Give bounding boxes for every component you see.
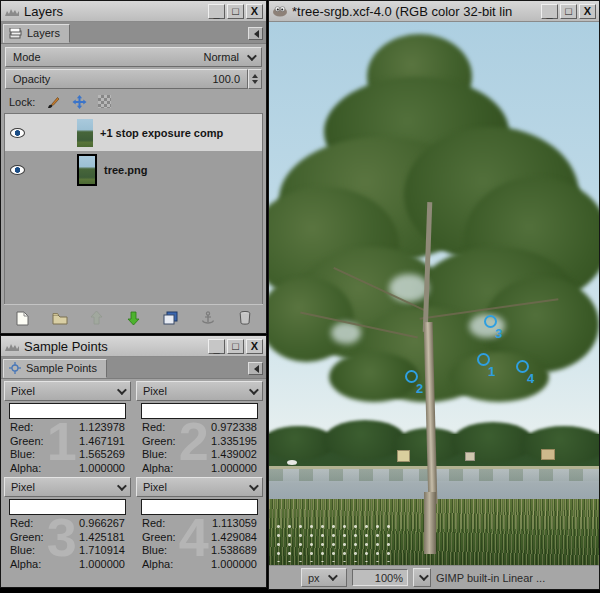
layer-thumbnail <box>77 154 97 186</box>
tab-menu-button[interactable] <box>248 362 263 375</box>
maximize-button[interactable]: □ <box>560 4 577 19</box>
opacity-label: Opacity <box>13 73 212 85</box>
sample-point-marker-2[interactable]: 2 <box>405 370 418 383</box>
status-message: GIMP built-in Linear ... <box>436 572 545 584</box>
image-window-titlebar[interactable]: *tree-srgb.xcf-4.0 (RGB color 32-bit lin… <box>269 1 599 22</box>
alpha-value: 1.000000 <box>79 462 125 476</box>
sample-point-marker-3[interactable]: 3 <box>484 315 497 328</box>
sample-point-1-mode-dropdown[interactable]: Pixel <box>4 381 131 401</box>
window-title: Sample Points <box>24 339 204 354</box>
new-layer-icon <box>16 311 29 326</box>
chevron-down-icon <box>249 385 259 395</box>
triangle-left-icon <box>250 365 259 373</box>
tab-sample-points-label: Sample Points <box>26 362 97 374</box>
sample-point-2-mode-dropdown[interactable]: Pixel <box>136 381 263 401</box>
chevron-down-icon <box>117 481 127 491</box>
chevron-down-icon <box>249 481 259 491</box>
sample-point-3-mode-dropdown[interactable]: Pixel <box>4 477 131 497</box>
sample-point-panel-3: Pixel 3 Red:0.966267 Green:1.425181 Blue… <box>3 475 132 571</box>
lock-position-icon[interactable] <box>72 95 87 109</box>
blue-value: 1.439002 <box>211 448 257 462</box>
sample-point-values: 2 Red:0.972338 Green:1.335195 Blue:1.439… <box>135 420 264 475</box>
layer-name[interactable]: +1 stop exposure comp <box>100 127 223 139</box>
layer-mode-dropdown[interactable]: Mode Normal <box>5 47 262 67</box>
wildflowers <box>273 522 393 562</box>
layers-tabbar: Layers <box>1 22 266 44</box>
sample-point-values: 3 Red:0.966267 Green:1.425181 Blue:1.710… <box>3 516 132 571</box>
tab-layers[interactable]: Layers <box>3 24 70 43</box>
blue-value: 1.710914 <box>79 544 125 558</box>
tab-menu-button[interactable] <box>248 27 263 40</box>
anchor-layer-button[interactable] <box>196 307 220 329</box>
layer-name[interactable]: tree.png <box>104 164 147 176</box>
sample-point-4-mode-dropdown[interactable]: Pixel <box>136 477 263 497</box>
zoom-dropdown-button[interactable] <box>413 568 431 587</box>
visibility-eye-icon[interactable] <box>10 165 25 175</box>
sample-points-titlebar[interactable]: Sample Points _ □ X <box>1 336 266 357</box>
spin-down-icon <box>252 80 258 87</box>
opacity-slider[interactable]: Opacity 100.0 <box>5 69 248 89</box>
red-value: 0.972338 <box>211 421 257 435</box>
sample-point-marker-1[interactable]: 1 <box>477 353 490 366</box>
lock-paint-icon[interactable] <box>46 95 61 109</box>
zoom-input[interactable]: 100% <box>352 569 408 586</box>
layers-titlebar[interactable]: Layers _ □ X <box>1 1 266 22</box>
layer-thumbnail <box>77 119 93 147</box>
tree-trunk-base <box>424 492 436 554</box>
layer-row-tree-png[interactable]: tree.png <box>5 151 262 188</box>
lower-layer-button[interactable] <box>122 307 146 329</box>
close-button[interactable]: X <box>579 4 596 19</box>
layers-dialog-window: Layers _ □ X Layers Mode Normal Opacity … <box>0 0 267 334</box>
delete-layer-button[interactable] <box>233 307 257 329</box>
mode-value: Normal <box>204 51 239 63</box>
opacity-spinner[interactable] <box>248 69 262 89</box>
tab-layers-label: Layers <box>27 27 60 39</box>
maximize-button[interactable]: □ <box>227 4 244 19</box>
lakeside-house <box>465 452 475 461</box>
lock-alpha-icon[interactable] <box>98 95 111 108</box>
duplicate-layer-button[interactable] <box>159 307 183 329</box>
sample-points-tabbar: Sample Points <box>1 357 266 379</box>
close-button[interactable]: X <box>246 4 263 19</box>
layer-row-exposure-comp[interactable]: +1 stop exposure comp <box>5 114 262 151</box>
unit-dropdown[interactable]: px <box>301 568 347 587</box>
close-button[interactable]: X <box>246 339 263 354</box>
opacity-value: 100.0 <box>212 73 240 85</box>
tab-sample-points[interactable]: Sample Points <box>3 359 107 378</box>
image-window-title: *tree-srgb.xcf-4.0 (RGB color 32-bit lin <box>292 4 537 19</box>
sample-points-grid: Pixel 1 Red:1.123978 Green:1.467191 Blue… <box>1 379 266 571</box>
lakeside-house <box>541 449 555 460</box>
sample-points-dialog-window: Sample Points _ □ X Sample Points Pixel <box>0 335 267 588</box>
lakeside-house <box>397 450 410 462</box>
folder-icon <box>52 312 68 325</box>
window-icon <box>4 340 20 352</box>
green-value: 1.429084 <box>211 531 257 545</box>
blue-value: 1.538689 <box>211 544 257 558</box>
spin-up-icon <box>252 71 258 78</box>
sample-point-panel-4: Pixel 4 Red:1.113059 Green:1.429084 Blue… <box>135 475 264 571</box>
crosshair-icon <box>9 362 21 374</box>
minimize-button[interactable]: _ <box>208 4 225 19</box>
alpha-value: 1.000000 <box>211 558 257 572</box>
sample-point-values: 1 Red:1.123978 Green:1.467191 Blue:1.565… <box>3 420 132 475</box>
raise-layer-button[interactable] <box>85 307 109 329</box>
sample-point-panel-1: Pixel 1 Red:1.123978 Green:1.467191 Blue… <box>3 379 132 475</box>
window-title: Layers <box>24 4 204 19</box>
lock-row: Lock: <box>1 91 266 112</box>
maximize-button[interactable]: □ <box>227 339 244 354</box>
minimize-button[interactable]: _ <box>208 339 225 354</box>
arrow-up-icon <box>90 311 103 325</box>
minimize-button[interactable]: _ <box>541 4 558 19</box>
gimp-wilber-icon <box>272 5 288 17</box>
boat <box>287 460 297 465</box>
image-canvas[interactable]: 1 2 3 4 <box>269 22 599 566</box>
unit-value: px <box>308 572 320 584</box>
visibility-eye-icon[interactable] <box>10 128 25 138</box>
sample-point-marker-4[interactable]: 4 <box>516 360 529 373</box>
chevron-down-icon <box>247 51 257 61</box>
chevron-down-icon <box>117 385 127 395</box>
new-group-button[interactable] <box>48 307 72 329</box>
new-layer-button[interactable] <box>11 307 35 329</box>
layers-toolbar <box>4 304 263 331</box>
green-value: 1.335195 <box>211 435 257 449</box>
